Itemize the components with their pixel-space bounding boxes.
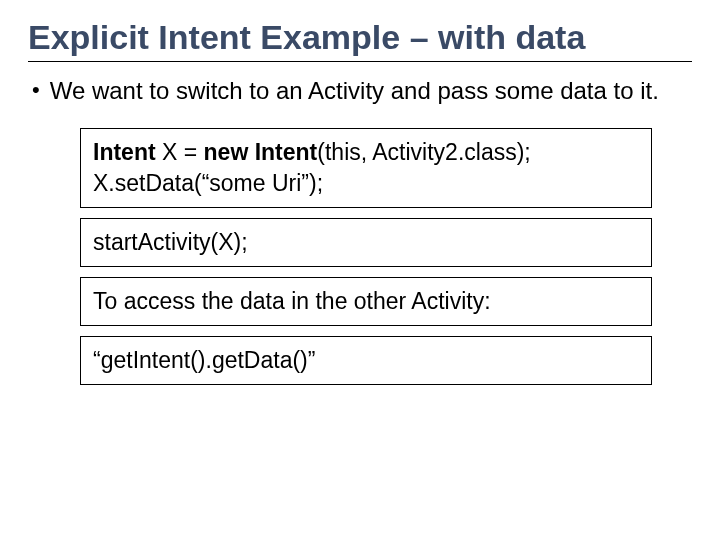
bullet-dot: •	[32, 76, 40, 105]
code-line-2: X.setData(“some Uri”);	[93, 168, 639, 199]
code-text: X =	[156, 139, 204, 165]
keyword-intent: Intent	[93, 139, 156, 165]
code-box-start: startActivity(X);	[80, 218, 652, 267]
code-boxes: Intent X = new Intent(this, Activity2.cl…	[80, 128, 652, 385]
slide: Explicit Intent Example – with data • We…	[0, 0, 720, 540]
bullet-item: • We want to switch to an Activity and p…	[32, 76, 672, 106]
note-box: To access the data in the other Activity…	[80, 277, 652, 326]
code-box-intent: Intent X = new Intent(this, Activity2.cl…	[80, 128, 652, 208]
keyword-new-intent: new Intent	[204, 139, 318, 165]
code-line-1: Intent X = new Intent(this, Activity2.cl…	[93, 137, 639, 168]
code-text: (this, Activity2.class);	[317, 139, 530, 165]
page-title: Explicit Intent Example – with data	[28, 18, 692, 62]
code-box-getdata: “getIntent().getData()”	[80, 336, 652, 385]
bullet-text: We want to switch to an Activity and pas…	[50, 76, 672, 106]
